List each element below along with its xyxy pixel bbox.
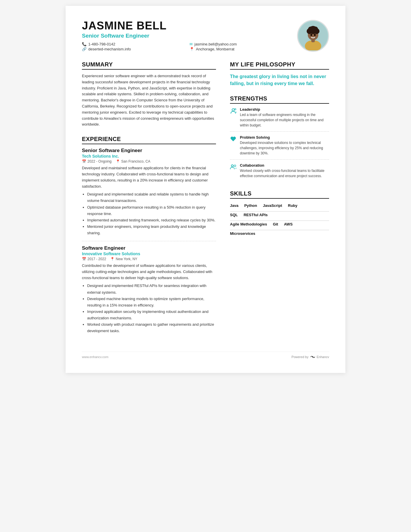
job-2: Software Engineer Innovative Software So… bbox=[82, 245, 216, 334]
skills-row-4: Microservices bbox=[230, 230, 329, 239]
skills-section: SKILLS Java Python JavaScript Ruby SQL R… bbox=[230, 190, 329, 239]
skills-title: SKILLS bbox=[230, 190, 329, 199]
contact-website: 🔗 deserted-mechanism.info bbox=[82, 47, 182, 51]
job-1-title: Senior Software Engineer bbox=[82, 148, 216, 154]
strength-leadership: Leadership Led a team of software engine… bbox=[230, 107, 329, 132]
strength-problem-solving-name: Problem Solving bbox=[240, 135, 329, 140]
bullet-item: Developed machine learning models to opt… bbox=[87, 296, 216, 309]
svg-point-16 bbox=[312, 356, 313, 357]
link-icon: 🔗 bbox=[82, 47, 87, 51]
brand-name: Enhancv bbox=[317, 355, 329, 359]
svg-point-10 bbox=[310, 34, 312, 36]
skill-python: Python bbox=[244, 202, 261, 209]
job-1-location: 📍 San Francisco, CA bbox=[116, 159, 150, 163]
svg-point-14 bbox=[231, 165, 233, 167]
pin-icon: 📍 bbox=[116, 159, 120, 163]
job-2-company: Innovative Software Solutions bbox=[82, 251, 216, 256]
strength-collaboration-desc: Worked closely with cross-functional tea… bbox=[240, 168, 329, 179]
strengths-section: STRENGTHS Leadership Led a team of softw… bbox=[230, 95, 329, 182]
job-2-meta: 📅 2017 - 2022 📍 New York, NY bbox=[82, 257, 216, 261]
job-2-title: Software Engineer bbox=[82, 245, 216, 251]
job-1-period: 📅 2022 - Ongoing bbox=[82, 159, 112, 163]
svg-point-13 bbox=[235, 109, 236, 110]
contact-email: ✉ jasmine.bell@yahoo.com bbox=[189, 42, 290, 46]
resume-header: JASMINE BELL Senior Software Engineer 📞 … bbox=[82, 20, 329, 52]
philosophy-section: MY LIFE PHILOSOPHY The greatest glory in… bbox=[230, 61, 329, 87]
job-1: Senior Software Engineer Tech Solutions … bbox=[82, 148, 216, 236]
summary-section: SUMMARY Experienced senior software engi… bbox=[82, 61, 216, 128]
job-1-meta: 📅 2022 - Ongoing 📍 San Francisco, CA bbox=[82, 159, 216, 163]
left-column: SUMMARY Experienced senior software engi… bbox=[82, 61, 216, 342]
contact-phone: 📞 1-480-798-0142 bbox=[82, 42, 182, 46]
location-icon: 📍 bbox=[189, 47, 194, 51]
summary-title: SUMMARY bbox=[82, 61, 216, 70]
skill-sql: SQL bbox=[230, 212, 241, 218]
skill-javascript: JavaScript bbox=[263, 202, 286, 209]
job-2-location: 📍 New York, NY bbox=[110, 257, 137, 261]
job-1-company: Tech Solutions Inc. bbox=[82, 154, 216, 158]
job-2-desc: Contributed to the development of softwa… bbox=[82, 263, 216, 281]
resume-footer: www.enhancv.com Powered by Enhancv bbox=[82, 352, 329, 359]
calendar-icon: 📅 bbox=[82, 159, 86, 163]
powered-by: Powered by Enhancv bbox=[291, 355, 329, 359]
strength-leadership-desc: Led a team of software engineers resulti… bbox=[240, 112, 329, 128]
experience-section: EXPERIENCE Senior Software Engineer Tech… bbox=[82, 136, 216, 334]
phone-icon: 📞 bbox=[82, 42, 87, 46]
calendar-icon: 📅 bbox=[82, 257, 86, 261]
candidate-title: Senior Software Engineer bbox=[82, 33, 290, 39]
contact-location: 📍 Anchorage, Montserrat bbox=[189, 47, 290, 51]
strength-problem-solving-desc: Developed innovative solutions to comple… bbox=[240, 140, 329, 156]
leadership-icon bbox=[230, 108, 236, 128]
email-icon: ✉ bbox=[189, 42, 193, 46]
skill-aws: AWS bbox=[284, 221, 296, 228]
bullet-item: Improved application security by impleme… bbox=[87, 309, 216, 321]
skill-microservices: Microservices bbox=[230, 230, 259, 237]
right-column: MY LIFE PHILOSOPHY The greatest glory in… bbox=[230, 61, 329, 342]
strength-problem-solving: Problem Solving Developed innovative sol… bbox=[230, 135, 329, 160]
svg-point-11 bbox=[314, 34, 316, 36]
skill-java: Java bbox=[230, 202, 242, 209]
job-1-bullets: Designed and implemented scalable and re… bbox=[82, 191, 216, 236]
profile-photo bbox=[297, 20, 329, 52]
header-info: JASMINE BELL Senior Software Engineer 📞 … bbox=[82, 20, 290, 51]
strengths-title: STRENGTHS bbox=[230, 95, 329, 104]
candidate-name: JASMINE BELL bbox=[82, 20, 290, 32]
experience-divider bbox=[82, 241, 216, 241]
pin-icon: 📍 bbox=[110, 257, 115, 261]
strength-leadership-name: Leadership bbox=[240, 107, 329, 112]
svg-point-15 bbox=[234, 165, 236, 167]
footer-website: www.enhancv.com bbox=[82, 355, 108, 359]
bullet-item: Optimized database performance resulting… bbox=[87, 204, 216, 217]
job-2-period: 📅 2017 - 2022 bbox=[82, 257, 106, 261]
bullet-item: Designed and implemented scalable and re… bbox=[87, 191, 216, 204]
bullet-item: Worked closely with product managers to … bbox=[87, 321, 216, 334]
svg-point-9 bbox=[311, 27, 315, 31]
bullet-item: Implemented automated testing framework,… bbox=[87, 217, 216, 223]
skills-row-1: Java Python JavaScript Ruby bbox=[230, 202, 329, 212]
collaboration-icon bbox=[230, 164, 236, 179]
enhancv-logo: Enhancv bbox=[310, 355, 329, 359]
job-2-bullets: Designed and implemented RESTful APIs fo… bbox=[82, 283, 216, 334]
summary-text: Experienced senior software engineer wit… bbox=[82, 73, 216, 128]
bullet-item: Mentored junior engineers, improving tea… bbox=[87, 223, 216, 236]
experience-title: EXPERIENCE bbox=[82, 136, 216, 144]
resume-document: JASMINE BELL Senior Software Engineer 📞 … bbox=[66, 6, 345, 373]
svg-point-12 bbox=[232, 109, 234, 111]
philosophy-title: MY LIFE PHILOSOPHY bbox=[230, 61, 329, 70]
skill-restful: RESTful APIs bbox=[244, 212, 271, 218]
strength-collaboration-name: Collaboration bbox=[240, 163, 329, 168]
skill-git: Git bbox=[273, 221, 282, 228]
main-content: SUMMARY Experienced senior software engi… bbox=[82, 61, 329, 342]
skills-row-2: SQL RESTful APIs bbox=[230, 212, 329, 221]
bullet-item: Designed and implemented RESTful APIs fo… bbox=[87, 283, 216, 295]
skill-agile: Agile Methodologies bbox=[230, 221, 271, 228]
skill-ruby: Ruby bbox=[288, 202, 301, 209]
contact-list: 📞 1-480-798-0142 ✉ jasmine.bell@yahoo.co… bbox=[82, 42, 290, 51]
philosophy-text: The greatest glory in living lies not in… bbox=[230, 73, 329, 87]
skills-row-3: Agile Methodologies Git AWS bbox=[230, 221, 329, 230]
strength-collaboration: Collaboration Worked closely with cross-… bbox=[230, 163, 329, 182]
job-1-desc: Developed and maintained software applic… bbox=[82, 165, 216, 189]
problem-solving-icon bbox=[230, 136, 236, 156]
